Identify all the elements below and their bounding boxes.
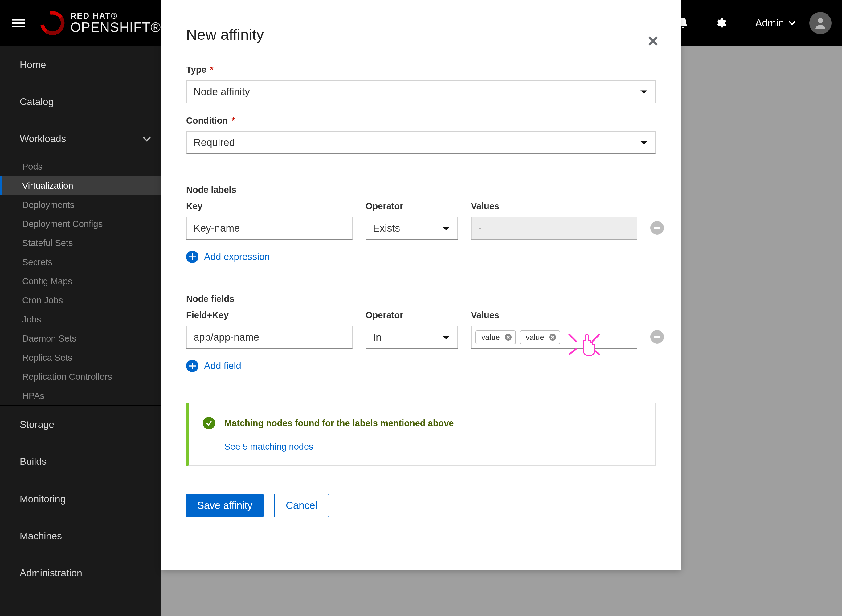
svg-line-7 (569, 334, 577, 342)
openshift-logo-icon (40, 11, 65, 35)
close-icon (506, 336, 510, 339)
settings-button[interactable] (712, 15, 729, 32)
alert-header: Matching nodes found for the labels ment… (203, 417, 642, 429)
sidebar-item-replica-sets[interactable]: Replica Sets (0, 348, 162, 367)
svg-line-8 (592, 334, 600, 342)
sidebar-item-daemon-sets[interactable]: Daemon Sets (0, 329, 162, 348)
minus-icon (654, 336, 660, 338)
svg-rect-1 (12, 22, 25, 24)
node-labels-key-input[interactable]: Key-name (186, 217, 353, 240)
user-label: Admin (755, 17, 784, 29)
gear-icon (715, 17, 726, 29)
svg-rect-0 (12, 19, 25, 21)
masthead-right: Admin (674, 0, 842, 46)
sidebar-item-home[interactable]: Home (0, 46, 162, 83)
chip-remove-button[interactable] (505, 334, 511, 341)
user-menu-toggle[interactable]: Admin (752, 17, 798, 29)
sidebar-item-pods[interactable]: Pods (0, 157, 162, 176)
hamburger-icon (12, 17, 25, 29)
type-select-value: Node affinity (194, 86, 250, 98)
svg-rect-2 (12, 26, 25, 27)
sidebar-item-stateful-sets[interactable]: Stateful Sets (0, 233, 162, 252)
node-fields-heading: Node fields (186, 294, 656, 304)
value-chip: value (520, 330, 560, 344)
modal-close-button[interactable] (648, 34, 658, 49)
sidebar-item-cron-jobs[interactable]: Cron Jobs (0, 291, 162, 310)
sidebar-item-config-maps[interactable]: Config Maps (0, 272, 162, 291)
save-affinity-button[interactable]: Save affinity (186, 494, 263, 517)
remove-row-button[interactable] (650, 221, 664, 235)
sidebar-item-replication-controllers[interactable]: Replication Controllers (0, 367, 162, 386)
see-matching-nodes-link[interactable]: See 5 matching nodes (224, 441, 642, 452)
sidebar-item-deployments[interactable]: Deployments (0, 195, 162, 214)
operator-select-value: In (373, 331, 382, 343)
add-field-label: Add field (204, 360, 241, 371)
condition-select[interactable]: Required (186, 131, 656, 154)
caret-down-icon (442, 331, 450, 343)
modal-actions: Save affinity Cancel (186, 494, 656, 517)
node-fields-operator-select[interactable]: In (366, 326, 458, 349)
sidebar-item-machines[interactable]: Machines (0, 518, 162, 554)
condition-label: Condition* (186, 116, 656, 126)
key-input-value: Key-name (194, 222, 240, 234)
sidebar-item-deployment-configs[interactable]: Deployment Configs (0, 214, 162, 233)
chip-remove-button[interactable] (549, 334, 556, 341)
check-circle-icon (203, 417, 215, 429)
chip-label: value (526, 333, 544, 342)
sidebar-item-storage[interactable]: Storage (0, 406, 162, 443)
chevron-down-icon (143, 133, 151, 144)
sidebar-item-secrets[interactable]: Secrets (0, 252, 162, 272)
svg-rect-11 (654, 336, 660, 338)
add-expression-label: Add expression (204, 251, 270, 263)
node-labels-heading: Node labels (186, 185, 656, 195)
brand-text: RED HAT® OPENSHIFT® (70, 12, 161, 35)
values-disabled-text: - (478, 222, 482, 234)
sidebar-item-administration[interactable]: Administration (0, 554, 162, 591)
node-fields-row: Field+Key app/app-name Operator In Value… (186, 310, 656, 349)
add-field-button[interactable]: Add field (186, 360, 656, 372)
operator-label: Operator (366, 310, 458, 320)
brand-bottom: OPENSHIFT® (70, 21, 161, 35)
node-fields-key-input[interactable]: app/app-name (186, 326, 353, 349)
caret-down-icon (640, 137, 648, 148)
cancel-button[interactable]: Cancel (274, 494, 329, 517)
alert-title: Matching nodes found for the labels ment… (224, 418, 454, 428)
node-labels-operator-select[interactable]: Exists (366, 217, 458, 240)
type-select[interactable]: Node affinity (186, 81, 656, 103)
hamburger-menu-button[interactable] (0, 0, 37, 46)
values-label: Values (471, 201, 637, 211)
brand: RED HAT® OPENSHIFT® (40, 11, 161, 35)
remove-row-button[interactable] (650, 330, 664, 344)
matching-nodes-alert: Matching nodes found for the labels ment… (186, 403, 656, 466)
modal-title: New affinity (186, 26, 656, 43)
sidebar-item-label: Workloads (20, 133, 66, 144)
operator-label: Operator (366, 201, 458, 211)
chevron-down-icon (788, 21, 796, 26)
operator-select-value: Exists (373, 222, 400, 234)
node-labels-row: Key Key-name Operator Exists Values - (186, 201, 656, 240)
sidebar-item-workloads[interactable]: Workloads (0, 120, 162, 157)
chip-label: value (481, 333, 500, 342)
node-fields-values-input[interactable]: value value (471, 326, 637, 349)
sidebar-item-monitoring[interactable]: Monitoring (0, 481, 162, 518)
sidebar-item-jobs[interactable]: Jobs (0, 310, 162, 329)
node-labels-values-disabled: - (471, 217, 637, 240)
user-avatar[interactable] (809, 12, 832, 34)
add-expression-button[interactable]: Add expression (186, 251, 656, 263)
minus-icon (654, 227, 660, 229)
svg-point-5 (818, 18, 823, 23)
sidebar-item-catalog[interactable]: Catalog (0, 83, 162, 120)
sidebar-item-builds[interactable]: Builds (0, 443, 162, 480)
values-label: Values (471, 310, 637, 320)
close-icon (551, 336, 554, 339)
masthead-left: RED HAT® OPENSHIFT® (0, 0, 161, 46)
sidebar-item-virtualization[interactable]: Virtualization (0, 176, 162, 195)
svg-line-9 (569, 348, 577, 355)
fieldkey-input-value: app/app-name (194, 331, 259, 343)
caret-down-icon (442, 222, 450, 234)
fieldkey-label: Field+Key (186, 310, 353, 320)
sidebar: Home Catalog Workloads Pods Virtualizati… (0, 46, 162, 616)
sidebar-item-hpas[interactable]: HPAs (0, 386, 162, 405)
close-icon (648, 36, 658, 46)
condition-select-value: Required (194, 137, 235, 148)
